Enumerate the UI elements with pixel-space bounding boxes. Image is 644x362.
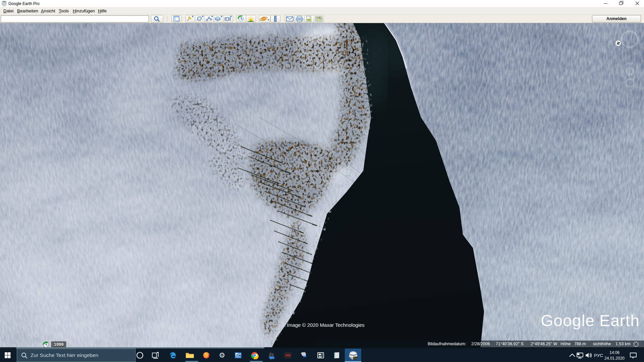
svg-text:Pro: Pro	[354, 357, 357, 359]
svg-text:⚙: ⚙	[219, 351, 225, 359]
